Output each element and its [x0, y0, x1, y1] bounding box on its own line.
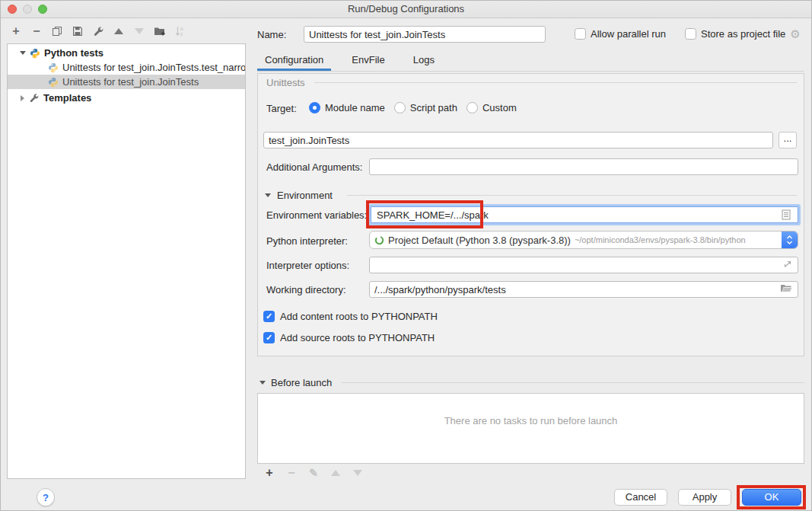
plus-icon: +: [12, 26, 19, 37]
add-content-roots-checkbox[interactable]: [263, 311, 275, 322]
store-as-project-file-checkbox[interactable]: [685, 28, 696, 40]
interpreter-options-input[interactable]: [369, 257, 798, 273]
tree-item-unittests-test-narrow[interactable]: Unittests for test_join.JoinTests.test_n…: [8, 60, 245, 75]
window-title: Run/Debug Configurations: [1, 1, 811, 18]
cancel-button[interactable]: Cancel: [614, 489, 667, 506]
add-task-button[interactable]: +: [263, 467, 275, 479]
before-launch-section-toggle[interactable]: Before launch: [260, 377, 332, 388]
task-down-button[interactable]: [352, 467, 364, 479]
save-config-button[interactable]: [72, 25, 84, 37]
interpreter-options-label: Interpreter options:: [266, 260, 349, 271]
radio-script-path[interactable]: [394, 102, 406, 113]
radio-module-name[interactable]: [309, 102, 320, 113]
titlebar: Run/Debug Configurations: [1, 1, 811, 18]
svg-text:z: z: [180, 31, 183, 37]
target-option-custom[interactable]: Custom: [467, 102, 517, 113]
python-icon: [48, 77, 59, 88]
combobox-stepper-icon[interactable]: [782, 231, 798, 249]
arrow-down-icon: [353, 470, 362, 476]
conda-env-icon: [374, 235, 384, 245]
add-content-roots-label: Add content roots to PYTHONPATH: [280, 311, 438, 322]
arrow-up-icon: [114, 28, 123, 34]
add-source-roots-option: Add source roots to PYTHONPATH: [263, 332, 435, 343]
browse-module-button[interactable]: ...: [779, 132, 797, 149]
python-interpreter-label: Python interpreter:: [266, 235, 348, 247]
tree-item-python-tests[interactable]: Python tests: [8, 46, 245, 60]
python-icon: [30, 48, 40, 59]
move-up-button[interactable]: [113, 25, 125, 37]
configurations-toolbar: + − az: [10, 24, 186, 38]
remove-task-button[interactable]: −: [285, 467, 298, 479]
minus-icon: −: [288, 468, 295, 478]
chevron-down-icon: [265, 193, 271, 197]
radio-custom[interactable]: [467, 102, 478, 113]
svg-text:a: a: [180, 26, 183, 31]
before-launch-tasks-box: There are no tasks to run before launch: [257, 393, 804, 464]
before-launch-toolbar: + − ✎: [263, 467, 364, 479]
minimize-button[interactable]: [23, 5, 32, 14]
folder-icon[interactable]: [780, 284, 792, 293]
minus-icon: −: [33, 26, 40, 37]
tab-envfile[interactable]: EnvFile: [344, 53, 392, 71]
remove-config-button[interactable]: −: [30, 25, 43, 37]
sort-configs-button[interactable]: az: [174, 25, 186, 37]
expand-field-icon[interactable]: [783, 260, 792, 269]
edit-task-button[interactable]: ✎: [307, 467, 320, 479]
working-directory-input[interactable]: [369, 281, 798, 298]
separator-line: [347, 195, 797, 196]
target-option-script-path[interactable]: Script path: [394, 102, 457, 113]
edit-templates-button[interactable]: [92, 25, 104, 37]
config-tree: Python tests Unittests for test_join.Joi…: [7, 43, 246, 479]
chevron-down-icon[interactable]: [20, 51, 26, 55]
apply-button[interactable]: Apply: [678, 489, 731, 506]
help-button[interactable]: ?: [37, 488, 55, 506]
tree-item-label: Unittests for test_join.JoinTests.test_n…: [62, 62, 245, 73]
task-up-button[interactable]: [330, 467, 342, 479]
copy-config-button[interactable]: [51, 25, 63, 37]
arrow-up-icon: [331, 470, 340, 476]
ok-button[interactable]: OK: [742, 489, 801, 506]
store-as-project-file-option: Store as project file ⚙: [685, 28, 801, 40]
no-tasks-message: There are no tasks to run before launch: [258, 415, 804, 426]
target-option-module-name[interactable]: Module name: [309, 102, 385, 113]
environment-section-toggle[interactable]: Environment: [265, 190, 333, 201]
allow-parallel-run-checkbox[interactable]: [575, 28, 586, 40]
additional-arguments-input[interactable]: [369, 158, 798, 175]
tab-configuration[interactable]: Configuration: [257, 53, 331, 71]
add-content-roots-option: Add content roots to PYTHONPATH: [263, 311, 438, 322]
python-interpreter-value: Project Default (Python 3.8 (pyspark-3.8…: [388, 235, 571, 246]
env-vars-browse-icon[interactable]: [782, 209, 791, 220]
additional-arguments-label: Additional Arguments:: [266, 161, 362, 173]
tree-item-label: Python tests: [44, 47, 103, 59]
close-button[interactable]: [8, 5, 17, 14]
run-debug-configurations-dialog: Run/Debug Configurations + − az: [0, 0, 812, 511]
gear-icon[interactable]: ⚙: [790, 28, 800, 40]
tab-logs[interactable]: Logs: [406, 53, 442, 71]
python-interpreter-select[interactable]: Project Default (Python 3.8 (pyspark-3.8…: [369, 231, 798, 249]
separator-line: [342, 382, 804, 383]
tree-item-label: Templates: [43, 92, 91, 104]
name-input[interactable]: [304, 26, 546, 43]
unittests-section-header: Unittests: [266, 77, 797, 88]
help-icon: ?: [43, 492, 49, 503]
add-source-roots-checkbox[interactable]: [263, 332, 275, 343]
before-launch-section-label: Before launch: [271, 377, 332, 388]
new-folder-button[interactable]: [154, 25, 166, 37]
add-source-roots-label: Add source roots to PYTHONPATH: [280, 332, 435, 343]
name-label: Name:: [257, 29, 286, 40]
sort-az-icon: az: [175, 26, 186, 37]
environment-variables-input[interactable]: [371, 206, 798, 223]
zoom-button[interactable]: [38, 5, 47, 14]
chevron-down-icon: [260, 381, 266, 385]
separator-line: [314, 82, 797, 83]
add-config-button[interactable]: +: [10, 25, 22, 37]
pencil-icon: ✎: [309, 468, 318, 478]
plus-icon: +: [266, 468, 272, 478]
move-down-button[interactable]: [133, 25, 145, 37]
module-name-input[interactable]: [263, 132, 773, 149]
ellipsis-icon: ...: [784, 133, 792, 144]
python-icon: [48, 62, 59, 73]
tree-item-templates[interactable]: Templates: [8, 91, 245, 105]
tree-item-unittests-jointests[interactable]: Unittests for test_join.JoinTests: [8, 75, 245, 89]
chevron-right-icon[interactable]: [21, 95, 24, 101]
